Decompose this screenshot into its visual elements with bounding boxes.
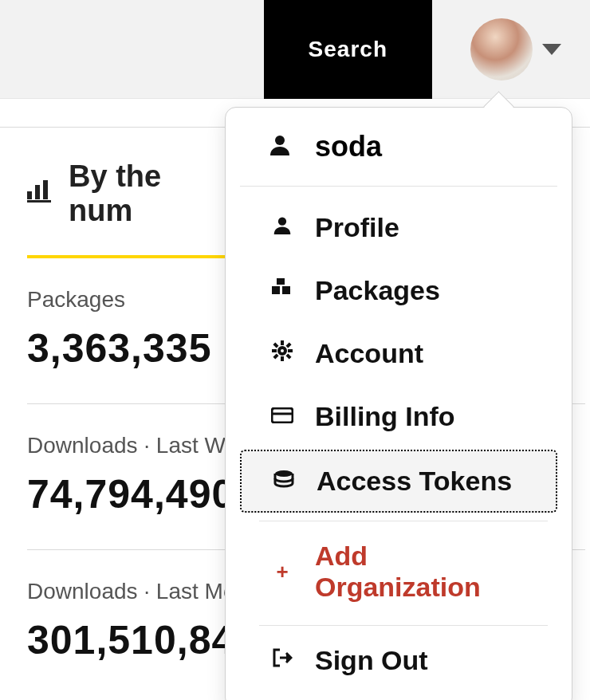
user-menu: soda Profile Packages Account Billing In…: [225, 107, 572, 700]
menu-item-sign-out[interactable]: Sign Out: [240, 631, 557, 690]
menu-username-text: soda: [315, 130, 382, 163]
credit-card-icon: [269, 404, 296, 429]
svg-rect-1: [35, 185, 40, 199]
coins-icon: [270, 469, 297, 494]
menu-item-account[interactable]: Account: [240, 324, 557, 383]
svg-rect-6: [272, 286, 280, 294]
menu-item-label: Account: [315, 338, 423, 369]
user-icon: [269, 215, 296, 240]
user-icon: [269, 133, 296, 161]
menu-item-label: Access Tokens: [317, 466, 512, 497]
svg-point-9: [279, 348, 285, 354]
menu-item-label: Profile: [315, 212, 399, 243]
svg-rect-14: [273, 342, 278, 348]
svg-rect-16: [273, 353, 278, 359]
chevron-down-icon[interactable]: [542, 44, 561, 55]
topbar: Search: [0, 0, 590, 99]
menu-item-add-organization[interactable]: + Add Organization: [240, 526, 557, 617]
plus-icon: +: [269, 560, 296, 584]
svg-rect-3: [27, 200, 51, 203]
menu-item-label: Packages: [315, 275, 440, 306]
svg-point-20: [275, 470, 293, 477]
bar-chart-icon: [27, 180, 51, 208]
svg-rect-7: [282, 286, 290, 294]
gear-icon: [269, 340, 296, 367]
menu-item-label: Sign Out: [315, 645, 428, 676]
svg-point-5: [278, 218, 286, 226]
menu-username: soda: [240, 130, 557, 187]
section-title-text: By the num: [69, 159, 229, 228]
svg-rect-12: [272, 349, 277, 352]
menu-item-label: Billing Info: [315, 401, 455, 432]
menu-divider: [259, 625, 548, 626]
svg-rect-18: [272, 408, 293, 423]
svg-rect-2: [43, 180, 48, 199]
menu-item-billing[interactable]: Billing Info: [240, 387, 557, 446]
svg-rect-11: [281, 356, 284, 361]
svg-rect-10: [281, 340, 284, 345]
menu-divider: [259, 521, 548, 521]
svg-rect-13: [288, 349, 293, 352]
menu-item-packages[interactable]: Packages: [240, 261, 557, 321]
svg-rect-8: [277, 278, 285, 285]
section-title: By the num: [27, 159, 229, 258]
menu-item-profile[interactable]: Profile: [240, 198, 557, 258]
svg-point-4: [275, 136, 285, 145]
search-button[interactable]: Search: [264, 0, 432, 99]
svg-rect-0: [27, 191, 32, 199]
svg-rect-15: [285, 342, 291, 348]
svg-rect-17: [285, 353, 291, 359]
menu-item-label: Add Organization: [315, 541, 529, 603]
menu-item-access-tokens[interactable]: Access Tokens: [240, 450, 557, 513]
sign-out-icon: [269, 648, 296, 673]
avatar[interactable]: [470, 18, 533, 81]
packages-icon: [269, 278, 296, 303]
